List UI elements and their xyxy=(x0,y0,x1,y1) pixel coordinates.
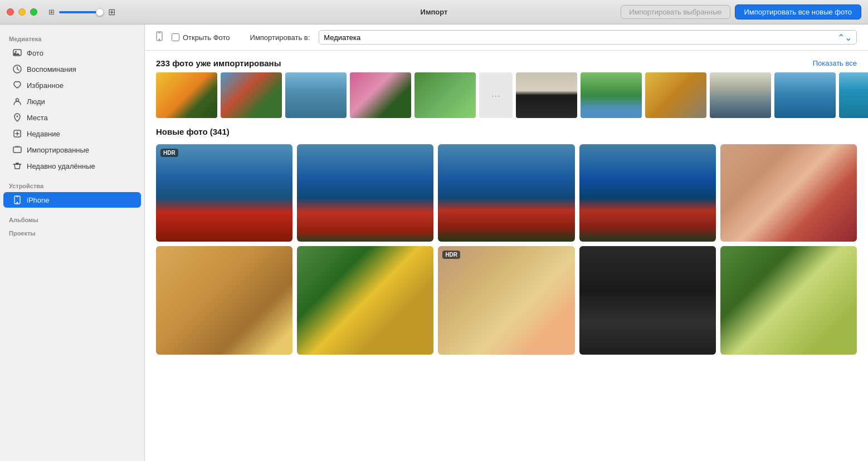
import-selected-button[interactable]: Импортировать выбранные xyxy=(621,5,730,19)
new-photo-10[interactable] xyxy=(720,246,857,355)
main-layout: Медиатека Фото Воспоминания Избранное Лю… xyxy=(0,24,868,461)
photos-icon xyxy=(12,48,22,58)
close-button[interactable] xyxy=(7,8,14,16)
sidebar-item-favorites[interactable]: Избранное xyxy=(3,77,141,93)
library-section-label: Медиатека xyxy=(0,31,144,45)
recent-icon xyxy=(12,129,22,139)
already-imported-title: 233 фото уже импортированы xyxy=(156,58,281,68)
strip-thumb-4[interactable] xyxy=(350,72,411,118)
new-photo-6[interactable] xyxy=(156,246,292,355)
sidebar-label-recent: Недавние xyxy=(27,130,60,138)
minimize-button[interactable] xyxy=(18,8,26,16)
device-toolbar-icon xyxy=(156,31,163,44)
svg-point-12 xyxy=(159,39,160,40)
strip-thumb-9[interactable] xyxy=(645,72,706,118)
new-photo-8[interactable]: HDR xyxy=(438,246,574,355)
toolbar-row: Открыть Фото Импортировать в: Медиатека … xyxy=(145,24,868,51)
sidebar-item-memories[interactable]: Воспоминания xyxy=(3,61,141,77)
new-photo-7[interactable] xyxy=(297,246,433,355)
open-photo-checkbox[interactable] xyxy=(172,33,179,41)
maximize-button[interactable] xyxy=(30,8,37,16)
import-to-label: Импортировать в: xyxy=(250,33,310,42)
sidebar: Медиатека Фото Воспоминания Избранное Лю… xyxy=(0,24,145,461)
import-to-select: Медиатека ⌃⌄ xyxy=(319,30,857,45)
svg-point-9 xyxy=(17,202,18,203)
hdr-badge-2: HDR xyxy=(442,251,460,259)
new-photos-row-2: HDR xyxy=(156,246,857,355)
sidebar-item-recent[interactable]: Недавние xyxy=(3,126,141,141)
sidebar-item-imported[interactable]: Импортированные xyxy=(3,142,141,158)
sidebar-label-deleted: Недавно удалённые xyxy=(27,162,95,170)
new-photos-title: Новые фото (341) xyxy=(156,127,857,136)
new-photos-row-1: HDR xyxy=(156,144,857,242)
new-photo-2[interactable] xyxy=(297,144,433,242)
sidebar-label-favorites: Избранное xyxy=(27,81,64,90)
svg-rect-6 xyxy=(13,147,21,153)
sidebar-label-imported: Импортированные xyxy=(27,146,89,154)
hdr-badge-1: HDR xyxy=(160,149,178,157)
new-photo-1[interactable]: HDR xyxy=(156,144,292,242)
iphone-icon xyxy=(12,195,22,205)
favorites-icon xyxy=(12,80,22,90)
sidebar-item-people[interactable]: Люди xyxy=(3,94,141,109)
select-arrow-icon: ⌃⌄ xyxy=(837,32,852,43)
new-photo-9[interactable] xyxy=(579,246,716,355)
open-photo-checkbox-row: Открыть Фото xyxy=(172,33,230,42)
destination-select[interactable]: Медиатека ⌃⌄ xyxy=(319,30,857,45)
strip-thumb-2[interactable] xyxy=(221,72,282,118)
titlebar: ⊞ ⊞ Импорт Импортировать выбранные Импор… xyxy=(0,0,868,24)
sidebar-label-memories: Воспоминания xyxy=(27,65,76,73)
new-photo-3[interactable] xyxy=(438,144,574,242)
sidebar-item-places[interactable]: Места xyxy=(3,110,141,125)
strip-thumb-12[interactable] xyxy=(839,72,868,118)
svg-point-1 xyxy=(15,51,17,53)
imported-icon xyxy=(12,145,22,155)
sidebar-item-iphone[interactable]: iPhone xyxy=(3,192,141,208)
albums-section-label: Альбомы xyxy=(0,212,144,225)
strip-thumb-11[interactable] xyxy=(774,72,836,118)
titlebar-controls: ⊞ ⊞ xyxy=(48,7,115,17)
strip-thumb-10[interactable] xyxy=(710,72,771,118)
imported-photo-strip: ··· xyxy=(145,72,868,127)
already-imported-header: 233 фото уже импортированы Показать все xyxy=(145,51,868,72)
zoom-slider[interactable] xyxy=(59,11,104,13)
new-photo-5[interactable] xyxy=(720,144,857,242)
window-title: Импорт xyxy=(421,8,448,16)
sidebar-label-people: Люди xyxy=(27,97,45,106)
strip-thumb-7[interactable] xyxy=(516,72,577,118)
deleted-icon xyxy=(12,161,22,171)
people-icon xyxy=(12,96,22,106)
new-photo-4[interactable] xyxy=(579,144,716,242)
strip-thumb-1[interactable] xyxy=(156,72,217,118)
sidebar-label-places: Места xyxy=(27,114,48,122)
devices-section-label: Устройства xyxy=(0,178,144,192)
content-area: Открыть Фото Импортировать в: Медиатека … xyxy=(145,24,868,461)
window-controls xyxy=(7,8,37,16)
open-photo-label: Открыть Фото xyxy=(183,33,230,42)
grid-large-icon: ⊞ xyxy=(108,7,115,17)
new-photos-section: Новые фото (341) HDR HDR xyxy=(145,127,868,461)
grid-small-icon: ⊞ xyxy=(48,8,55,16)
memories-icon xyxy=(12,64,22,74)
strip-thumb-placeholder: ··· xyxy=(479,72,513,118)
strip-thumb-5[interactable] xyxy=(415,72,476,118)
import-all-button[interactable]: Импортировать все новые фото xyxy=(735,4,862,19)
sidebar-item-photos[interactable]: Фото xyxy=(3,45,141,61)
sidebar-label-photos: Фото xyxy=(27,49,43,57)
places-icon xyxy=(12,112,22,122)
sidebar-item-recently-deleted[interactable]: Недавно удалённые xyxy=(3,158,141,174)
titlebar-actions: Импортировать выбранные Импортировать вс… xyxy=(621,4,861,19)
sidebar-label-iphone: iPhone xyxy=(27,196,49,204)
strip-thumb-8[interactable] xyxy=(581,72,642,118)
svg-point-4 xyxy=(17,116,18,117)
projects-section-label: Проекты xyxy=(0,225,144,239)
strip-thumb-3[interactable] xyxy=(285,72,347,118)
destination-value: Медиатека xyxy=(324,33,360,42)
show-all-link[interactable]: Показать все xyxy=(813,59,857,67)
